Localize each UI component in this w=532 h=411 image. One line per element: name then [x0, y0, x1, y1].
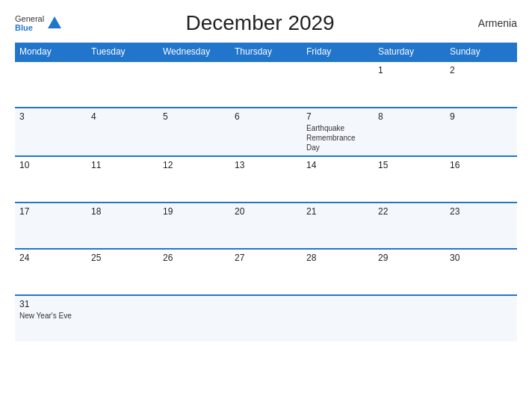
day-number: 27 — [235, 253, 297, 263]
calendar-row: 12 — [15, 61, 517, 108]
day-number: 1 — [378, 65, 441, 75]
calendar-cell: 30 — [445, 249, 517, 295]
day-number: 13 — [235, 160, 297, 170]
calendar-row: 10111213141516 — [15, 156, 517, 203]
calendar-cell: 23 — [445, 203, 517, 249]
calendar-cell — [445, 295, 517, 342]
day-number: 31 — [19, 299, 82, 309]
day-number: 6 — [235, 111, 297, 122]
day-number: 12 — [163, 160, 226, 170]
calendar-cell: 24 — [15, 249, 87, 295]
day-number: 25 — [91, 253, 154, 263]
day-number: 9 — [450, 111, 513, 122]
day-number: 15 — [378, 160, 441, 170]
calendar-cell: 8 — [374, 108, 445, 156]
calendar-row: 34567Earthquake Remembrance Day89 — [15, 108, 517, 156]
day-number: 2 — [450, 65, 513, 75]
calendar-row: 31New Year's Eve — [15, 295, 517, 342]
day-number: 29 — [378, 253, 441, 263]
calendar-cell: 29 — [374, 249, 445, 295]
calendar-page: General Blue December 2029 Armenia Monda… — [0, 0, 532, 411]
day-number: 14 — [306, 160, 369, 170]
header-sunday: Sunday — [445, 43, 517, 61]
calendar-cell: 15 — [374, 156, 445, 203]
calendar-cell: 26 — [158, 249, 230, 295]
calendar-cell: 21 — [302, 203, 374, 249]
calendar-cell: 28 — [302, 249, 374, 295]
calendar-cell — [158, 61, 230, 108]
event-label: Earthquake Remembrance Day — [306, 123, 369, 152]
calendar-cell: 6 — [230, 108, 302, 156]
calendar-cell: 14 — [302, 156, 374, 203]
day-number: 5 — [163, 111, 226, 122]
calendar-cell — [158, 295, 230, 342]
day-number: 3 — [19, 111, 82, 122]
header-tuesday: Tuesday — [87, 43, 158, 61]
calendar-cell: 11 — [87, 156, 158, 203]
logo: General Blue — [15, 14, 63, 32]
header-monday: Monday — [15, 43, 87, 61]
day-number: 17 — [19, 206, 82, 217]
calendar-cell: 20 — [230, 203, 302, 249]
header-thursday: Thursday — [230, 43, 302, 61]
calendar-cell: 31New Year's Eve — [15, 295, 87, 342]
calendar-row: 17181920212223 — [15, 203, 517, 249]
logo-blue-text: Blue — [15, 23, 44, 32]
calendar-cell — [230, 295, 302, 342]
day-number: 21 — [306, 206, 369, 217]
header-friday: Friday — [302, 43, 374, 61]
header-wednesday: Wednesday — [158, 43, 230, 61]
calendar-cell — [302, 295, 374, 342]
calendar-cell: 3 — [15, 108, 87, 156]
logo-icon — [46, 15, 63, 31]
calendar-cell: 1 — [374, 61, 445, 108]
day-number: 22 — [378, 206, 441, 217]
calendar-cell: 25 — [87, 249, 158, 295]
day-number: 18 — [91, 206, 154, 217]
calendar-header-row: Monday Tuesday Wednesday Thursday Friday… — [15, 43, 517, 61]
country-label: Armenia — [457, 17, 517, 29]
calendar-cell: 7Earthquake Remembrance Day — [302, 108, 374, 156]
header-saturday: Saturday — [374, 43, 445, 61]
calendar-cell: 12 — [158, 156, 230, 203]
calendar-cell: 16 — [445, 156, 517, 203]
calendar-table: Monday Tuesday Wednesday Thursday Friday… — [15, 43, 517, 342]
calendar-cell: 9 — [445, 108, 517, 156]
logo-general-text: General — [15, 14, 44, 23]
page-title: December 2029 — [63, 11, 457, 35]
header: General Blue December 2029 Armenia — [15, 11, 517, 35]
calendar-cell: 18 — [87, 203, 158, 249]
calendar-cell: 5 — [158, 108, 230, 156]
day-number: 16 — [450, 160, 513, 170]
day-number: 26 — [163, 253, 226, 263]
calendar-cell — [302, 61, 374, 108]
day-number: 4 — [91, 111, 154, 122]
calendar-cell: 2 — [445, 61, 517, 108]
day-number: 20 — [235, 206, 297, 217]
svg-marker-0 — [48, 16, 61, 28]
calendar-cell: 4 — [87, 108, 158, 156]
calendar-row: 24252627282930 — [15, 249, 517, 295]
day-number: 28 — [306, 253, 369, 263]
day-number: 23 — [450, 206, 513, 217]
calendar-cell: 17 — [15, 203, 87, 249]
calendar-cell: 22 — [374, 203, 445, 249]
calendar-cell: 10 — [15, 156, 87, 203]
day-number: 11 — [91, 160, 154, 170]
day-number: 24 — [19, 253, 82, 263]
calendar-cell — [230, 61, 302, 108]
calendar-cell — [87, 61, 158, 108]
day-number: 7 — [306, 111, 369, 122]
day-number: 10 — [19, 160, 82, 170]
day-number: 8 — [378, 111, 441, 122]
calendar-cell: 19 — [158, 203, 230, 249]
calendar-cell — [87, 295, 158, 342]
day-number: 30 — [450, 253, 513, 263]
event-label: New Year's Eve — [19, 311, 82, 321]
calendar-cell — [15, 61, 87, 108]
calendar-cell: 27 — [230, 249, 302, 295]
calendar-cell — [374, 295, 445, 342]
day-number: 19 — [163, 206, 226, 217]
calendar-cell: 13 — [230, 156, 302, 203]
